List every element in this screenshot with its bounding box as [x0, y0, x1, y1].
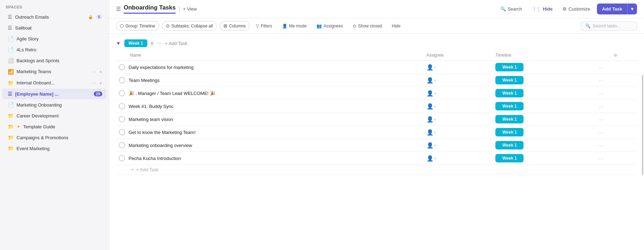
task-assignee-cell[interactable]: 👤+ — [424, 61, 493, 74]
task-status-circle[interactable] — [119, 64, 125, 70]
col-add-header[interactable]: ⊕ — [594, 51, 637, 61]
sidebar-item-4ls-retro[interactable]: 📄 4Ls Retro — [2, 44, 106, 55]
task-name-cell: Pecha Kucha Introduction — [116, 152, 424, 165]
task-status-circle[interactable] — [119, 77, 125, 83]
row-more-icon[interactable]: ··· — [597, 90, 606, 97]
add-task-row[interactable]: ++ Add Task — [116, 165, 637, 175]
sidebar-item-template-guide[interactable]: 📁 ✦ Template Guide — [2, 121, 106, 132]
task-name-text: Week #1: Buddy Sync — [129, 104, 174, 109]
list-icon: ☰ — [8, 14, 12, 20]
week-chevron-icon[interactable]: ▼ — [116, 40, 121, 46]
add-task-inline-button[interactable]: + Add Task — [165, 41, 188, 46]
assignee-add-icon[interactable]: 👤+ — [427, 64, 437, 70]
task-name-cell: Get to know the Marketing Team! — [116, 126, 424, 139]
columns-chip[interactable]: ⊞ Columns — [220, 21, 249, 31]
week-dots[interactable]: ··· — [157, 40, 161, 46]
task-assignee-cell[interactable]: 👤+ — [424, 113, 493, 126]
sidebar-item-internal-onboard[interactable]: 📁 Internal Onboard... ··· + — [2, 77, 106, 88]
timeline-badge: Week 1 — [495, 102, 523, 110]
task-status-circle[interactable] — [119, 155, 125, 161]
group-chip[interactable]: ⬡ Group: Timeline — [116, 21, 159, 31]
folder-icon: 📁 — [8, 113, 14, 118]
task-status-circle[interactable] — [119, 129, 125, 135]
page-title[interactable]: Onboarding Tasks — [124, 4, 176, 14]
task-assignee-cell[interactable]: 👤+ — [424, 74, 493, 87]
wifi-icon: 📶 — [8, 69, 14, 75]
add-task-button[interactable]: Add Task ▾ — [597, 4, 637, 14]
list-icon: ☰ — [8, 25, 12, 31]
row-more-icon[interactable]: ··· — [597, 77, 606, 84]
plus-icon[interactable]: + — [99, 69, 102, 75]
customize-label: Customize — [568, 6, 590, 12]
hide-toolbar-button[interactable]: Hide — [388, 22, 404, 30]
search-button[interactable]: 🔍 Search — [497, 5, 525, 13]
hide-button[interactable]: ⋮⋮ Hide — [529, 5, 555, 13]
sidebar-item-agile-story[interactable]: 📄 Agile Story — [2, 33, 106, 44]
assignee-add-icon[interactable]: 👤+ — [427, 116, 437, 122]
chevron-down-icon[interactable]: ▾ — [627, 4, 637, 14]
task-assignee-cell[interactable]: 👤+ — [424, 126, 493, 139]
task-row-actions-cell[interactable]: ··· — [594, 113, 637, 126]
assignee-add-icon[interactable]: 👤+ — [427, 77, 437, 83]
assignee-add-icon[interactable]: 👤+ — [427, 155, 437, 161]
row-more-icon[interactable]: ··· — [597, 116, 606, 123]
sidebar-item-campaigns-promotions[interactable]: 📁 Campaigns & Promotions — [2, 132, 106, 143]
filters-button[interactable]: ▽ Filters — [252, 22, 276, 30]
task-row-actions-cell[interactable]: ··· — [594, 126, 637, 139]
task-assignee-cell[interactable]: 👤+ — [424, 152, 493, 165]
filters-icon: ▽ — [256, 24, 259, 28]
add-view-button[interactable]: + View — [183, 6, 197, 12]
task-search-box[interactable]: 🔍 Search tasks... — [581, 21, 637, 31]
sidebar-item-label: Marketing Onboarding — [17, 102, 102, 108]
row-more-icon[interactable]: ··· — [597, 142, 606, 149]
plus-icon[interactable]: + — [99, 80, 102, 86]
row-more-icon[interactable]: ··· — [597, 103, 606, 110]
doc-icon: 📄 — [8, 47, 14, 52]
row-more-icon[interactable]: ··· — [597, 155, 606, 162]
task-timeline-cell: Week 1 — [493, 126, 594, 139]
assignee-add-icon[interactable]: 👤+ — [427, 103, 437, 109]
assignees-button[interactable]: 👥 Assignees — [313, 22, 346, 30]
gear-icon: ⚙ — [562, 6, 567, 12]
me-mode-button[interactable]: 👤 Me mode — [279, 22, 310, 30]
sidebar-item-backlogs-sprints[interactable]: ⬜ Backlogs and Sprints — [2, 55, 106, 66]
assignee-add-icon[interactable]: 👤+ — [427, 142, 437, 148]
sidebar-item-employee-name[interactable]: ☰ [Employee Name] ... 29 — [2, 89, 106, 99]
task-status-circle[interactable] — [119, 90, 125, 96]
sidebar-item-event-marketing[interactable]: 📁 Event Marketing — [2, 143, 106, 154]
sidebar-badge: 29 — [94, 91, 102, 96]
row-more-icon[interactable]: ··· — [597, 64, 606, 71]
assignee-add-icon[interactable]: 👤+ — [427, 90, 437, 96]
menu-icon[interactable]: ☰ — [116, 6, 121, 12]
star-icon: ✦ — [17, 124, 20, 129]
task-row-actions-cell[interactable]: ··· — [594, 100, 637, 113]
task-row-actions-cell[interactable]: ··· — [594, 87, 637, 100]
task-assignee-cell[interactable]: 👤+ — [424, 87, 493, 100]
sidebar-item-marketing-onboarding[interactable]: 📄 Marketing Onboarding — [2, 100, 106, 110]
table-row: Team Meetings 👤+ Week 1 ··· — [116, 74, 637, 87]
dots-icon[interactable]: ··· — [92, 69, 96, 74]
assignee-add-icon[interactable]: 👤+ — [427, 129, 437, 135]
task-status-circle[interactable] — [119, 103, 125, 109]
row-more-icon[interactable]: ··· — [597, 129, 606, 136]
sidebar-item-marketing-teams[interactable]: 📶 Marketing Teams ··· + — [2, 66, 106, 77]
task-assignee-cell[interactable]: 👤+ — [424, 100, 493, 113]
task-status-circle[interactable] — [119, 142, 125, 148]
task-row-actions-cell[interactable]: ··· — [594, 152, 637, 165]
task-row-actions-cell[interactable]: ··· — [594, 74, 637, 87]
task-row-actions-cell[interactable]: ··· — [594, 139, 637, 152]
task-row-actions-cell[interactable]: ··· — [594, 61, 637, 74]
customize-button[interactable]: ⚙ Customize — [560, 5, 593, 13]
subtasks-chip[interactable]: ⊙ Subtasks: Collapse all — [162, 21, 217, 31]
sidebar-item-career-development[interactable]: 📁 Career Development — [2, 110, 106, 121]
sidebar-item-label: Marketing Teams — [17, 69, 88, 74]
dots-icon[interactable]: ··· — [92, 80, 96, 85]
week-count: 8 — [151, 41, 153, 46]
add-task-inline-label: + Add Task — [165, 41, 188, 46]
doc-icon: 📄 — [8, 36, 14, 41]
show-closed-button[interactable]: ⊙ Show closed — [349, 22, 385, 30]
sidebar-item-outreach-emails[interactable]: ☰ Outreach Emails 🔒 5 — [2, 12, 106, 22]
task-assignee-cell[interactable]: 👤+ — [424, 139, 493, 152]
sidebar-item-sailboat[interactable]: ☰ Sailboat — [2, 23, 106, 33]
task-status-circle[interactable] — [119, 116, 125, 122]
